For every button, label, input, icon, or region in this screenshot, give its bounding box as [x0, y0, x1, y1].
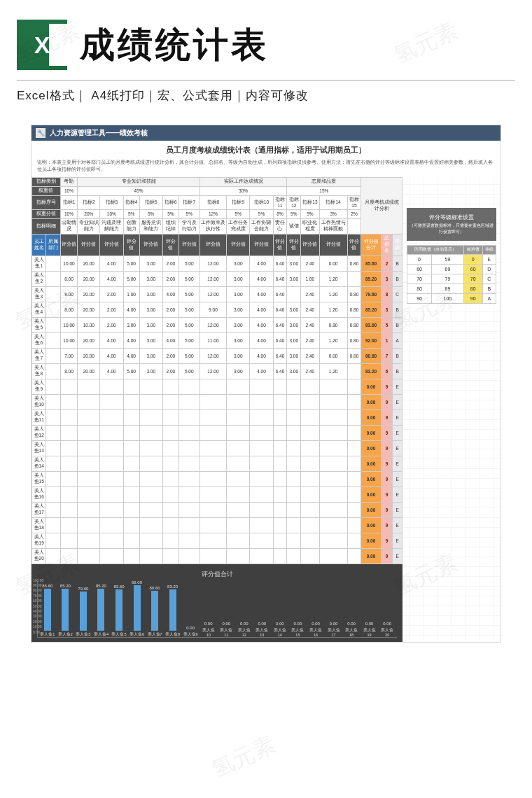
data-cell — [78, 517, 100, 533]
data-cell — [287, 548, 301, 564]
data-cell: 0.80 — [347, 255, 361, 271]
data-cell — [178, 394, 200, 410]
data-cell — [139, 486, 162, 502]
data-cell: 1.20 — [319, 271, 347, 286]
data-cell: 3.00 — [139, 317, 162, 332]
data-cell: 3.00 — [287, 271, 301, 286]
data-cell: 4.00 — [250, 332, 273, 348]
data-cell: 70 — [407, 274, 432, 284]
bar-category-label: 美人鱼12 — [236, 628, 253, 637]
data-cell: 10.00 — [78, 317, 100, 332]
data-cell — [347, 218, 361, 234]
bar-value-label: 85.20 — [60, 584, 71, 588]
bar-value-label: 85.20 — [96, 584, 106, 588]
data-cell: 20.00 — [78, 271, 100, 286]
data-cell — [123, 502, 139, 517]
data-cell: 指标3 — [100, 195, 123, 209]
data-cell — [227, 425, 250, 440]
data-cell: 0 — [407, 254, 432, 264]
watermark: 氢元素 — [206, 729, 281, 785]
data-cell — [287, 486, 301, 502]
data-cell: 7 — [381, 348, 393, 363]
data-cell: 1.20 — [319, 363, 347, 379]
data-cell: 5% — [250, 209, 273, 218]
data-cell: 3.00 — [227, 271, 250, 286]
bar — [44, 589, 51, 631]
data-cell — [227, 379, 250, 394]
data-cell — [46, 363, 60, 379]
bar-slot: 79.60美人鱼3 — [75, 587, 92, 637]
data-cell: 3.00 — [227, 255, 250, 271]
data-cell — [46, 271, 60, 286]
data-cell: 90 — [463, 293, 482, 303]
data-cell — [100, 410, 123, 425]
data-cell — [347, 471, 361, 486]
ytick: 70.00 — [33, 594, 43, 598]
data-cell — [319, 471, 347, 486]
data-cell: 美人鱼9 — [32, 379, 46, 394]
data-cell: 8 — [381, 286, 393, 302]
data-cell: 5% — [162, 209, 178, 218]
data-cell: 3.00 — [139, 255, 162, 271]
data-cell — [227, 471, 250, 486]
data-cell — [162, 471, 178, 486]
bar-slot: 85.20美人鱼2 — [57, 584, 74, 637]
data-cell: 美人鱼6 — [32, 332, 46, 348]
header-cell: 权重值 — [32, 186, 61, 195]
bar — [97, 589, 104, 631]
data-cell: 出勤情况 — [60, 218, 78, 234]
data-cell — [100, 394, 123, 410]
data-cell — [46, 317, 60, 332]
data-cell — [139, 548, 162, 564]
data-cell — [78, 440, 100, 456]
data-cell: 80.60 — [361, 348, 381, 363]
ytick: 90.00 — [33, 583, 43, 587]
data-cell: 6 — [381, 363, 393, 379]
data-cell: 3.00 — [287, 255, 301, 271]
header-cell: 指标序号 — [32, 195, 61, 209]
bar-category-label: 美人鱼14 — [272, 628, 288, 637]
data-cell: E — [393, 533, 402, 548]
data-cell: 0.00 — [361, 502, 381, 517]
data-cell: E — [393, 486, 402, 502]
data-cell: 4.00 — [250, 255, 273, 271]
data-cell — [347, 502, 361, 517]
data-cell: 专业知识能力 — [78, 218, 100, 234]
side-column: 评分等级标准设置 （可随意设置数据标准，只需要在黄色区域进行设置即可） 区间数值… — [402, 177, 500, 642]
data-cell — [319, 456, 347, 471]
sheet-header-text: 人力资源管理工具——绩效考核 — [50, 128, 148, 138]
data-cell: E — [393, 410, 402, 425]
data-cell — [347, 410, 361, 425]
data-cell: 美人鱼11 — [32, 410, 46, 425]
data-cell: 指标8 — [200, 195, 226, 209]
ytick: 30.00 — [33, 614, 43, 618]
data-cell: 2.40 — [301, 317, 319, 332]
data-cell: 工作效率及执行性 — [200, 218, 226, 234]
data-cell — [347, 440, 361, 456]
data-cell — [301, 517, 319, 533]
data-cell — [287, 425, 301, 440]
data-cell — [273, 517, 287, 533]
data-cell: E — [393, 548, 402, 564]
data-cell — [227, 486, 250, 502]
data-cell: 指标10 — [250, 195, 273, 209]
data-cell — [200, 548, 226, 564]
data-cell — [162, 502, 178, 517]
data-cell: 4.00 — [250, 302, 273, 317]
data-cell — [46, 440, 60, 456]
data-cell — [319, 502, 347, 517]
data-cell: 3.00 — [227, 286, 250, 302]
data-cell — [347, 486, 361, 502]
data-cell — [78, 410, 100, 425]
data-cell: 3.00 — [139, 302, 162, 317]
bar-slot: 83.20美人鱼8 — [164, 584, 181, 636]
data-cell — [60, 379, 78, 394]
data-cell — [200, 517, 226, 533]
data-cell: 20.00 — [78, 363, 100, 379]
data-cell: E — [393, 456, 402, 471]
data-cell — [123, 379, 139, 394]
data-cell: 9 — [381, 410, 393, 425]
data-cell: 指标6 — [162, 195, 178, 209]
data-cell: 9 — [381, 379, 393, 394]
chart-yaxis: 100.0090.0080.0070.0060.0050.0040.0030.0… — [33, 578, 43, 634]
